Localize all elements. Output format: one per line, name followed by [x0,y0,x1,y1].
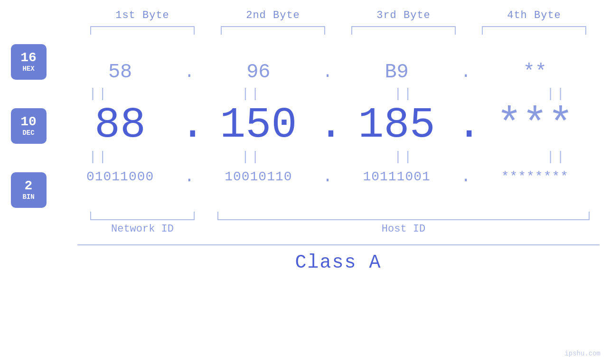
bracket-top-3 [351,26,456,35]
bin-badge: 2 BIN [11,172,47,208]
bracket-top-1 [90,26,195,35]
bracket-cell-1 [77,26,208,35]
hex-val-4: ** [475,61,594,84]
hex-row: 58 . 96 . B9 . ** [56,61,600,84]
dot-hex-3: . [456,63,475,82]
host-id-label: Host ID [208,223,600,235]
dot-hex-2: . [318,63,337,82]
dot-bin-3: . [456,167,475,187]
watermark: ipshu.com [564,350,601,357]
dot-dec-2: . [318,104,337,147]
dec-badge: 10 DEC [11,108,47,144]
eq-2: || [213,86,290,101]
dec-val-2: 150 [199,104,318,147]
bracket-top-2 [221,26,325,35]
hex-val-3: B9 [337,61,456,84]
dot-bin-2: . [318,167,337,187]
base-labels: 16 HEX 10 DEC 2 BIN [11,39,47,208]
dec-val-3: 185 [337,104,456,147]
values-grid: 58 . 96 . B9 . ** || || [56,61,600,187]
dot-dec-3: . [456,104,475,147]
main-container: 1st Byte 2nd Byte 3rd Byte 4th Byte 16 H… [0,0,610,364]
dec-val-1: 88 [61,104,180,147]
eq-1: || [61,86,137,101]
bracket-cell-2 [208,26,338,35]
host-bracket [208,212,600,220]
dot-bin-1: . [180,167,199,187]
hex-badge: 16 HEX [11,44,47,80]
bottom-bracket-row [77,212,600,220]
hex-val-2: 96 [199,61,318,84]
dot-dec-1: . [180,104,199,147]
eq-b4: || [518,149,595,164]
bracket-bottom-network [90,212,195,220]
byte1-header: 1st Byte [77,9,208,21]
bin-val-2: 10010110 [199,169,318,184]
eq-b1: || [61,149,137,164]
eq-4: || [518,86,595,101]
bin-val-3: 10111001 [337,169,456,184]
bracket-top-4 [482,26,586,35]
eq-b2: || [213,149,290,164]
bin-row: 01011000 . 10010110 . 10111001 . *******… [56,167,600,187]
bracket-cell-4 [469,26,600,35]
class-label: Class A [295,252,381,273]
id-labels-row: Network ID Host ID [77,223,600,235]
bin-val-4: ******** [475,169,594,184]
top-bracket-row [77,26,600,35]
bracket-bottom-host [217,212,590,220]
bin-val-1: 01011000 [61,169,180,184]
bracket-cell-3 [338,26,469,35]
content-area: 16 HEX 10 DEC 2 BIN 58 . 96 [11,39,600,208]
eq-3: || [366,86,442,101]
class-row: Class A [77,244,600,273]
byte-headers: 1st Byte 2nd Byte 3rd Byte 4th Byte [77,9,600,21]
eq-b3: || [366,149,442,164]
dec-row: 88 . 150 . 185 . *** [56,104,600,147]
dec-val-4: *** [475,104,594,147]
hex-val-1: 58 [61,61,180,84]
byte4-header: 4th Byte [469,9,600,21]
network-bracket [77,212,208,220]
network-id-label: Network ID [77,223,208,235]
byte3-header: 3rd Byte [338,9,469,21]
dot-hex-1: . [180,63,199,82]
byte2-header: 2nd Byte [208,9,338,21]
equals-dec-bin: || || || || [56,147,600,167]
